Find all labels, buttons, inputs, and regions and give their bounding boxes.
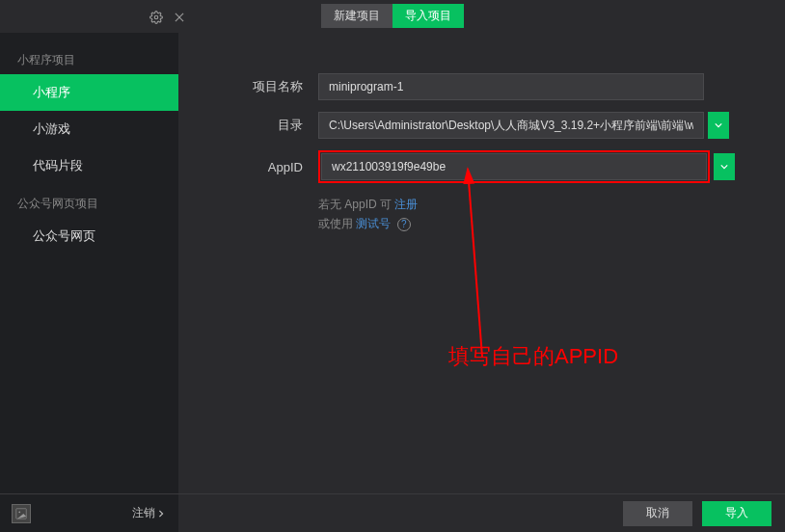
hint-noid-text: 若无 AppID 可	[318, 198, 394, 211]
appid-highlight-box	[318, 150, 710, 183]
mode-tabs: 新建项目 导入项目	[321, 4, 464, 28]
cancel-button[interactable]: 取消	[623, 501, 692, 526]
label-appid: AppID	[178, 160, 318, 174]
avatar[interactable]	[12, 504, 31, 523]
project-name-input[interactable]	[318, 73, 704, 100]
main-panel: 项目名称 目录 AppID 若无 AppID 可 注册 或使用 测试号 ?	[178, 33, 785, 493]
chevron-down-icon	[720, 163, 728, 171]
import-button[interactable]: 导入	[702, 501, 771, 526]
test-account-link[interactable]: 测试号	[356, 217, 391, 230]
sidebar-item-snippet[interactable]: 代码片段	[0, 147, 178, 184]
svg-point-0	[154, 15, 158, 19]
sidebar-item-miniprogram[interactable]: 小程序	[0, 74, 178, 111]
sidebar-heading-miniprogram: 小程序项目	[0, 40, 178, 74]
close-icon[interactable]	[172, 10, 187, 25]
appid-input[interactable]	[321, 153, 707, 180]
footer-bar: 注销 取消 导入	[0, 493, 785, 532]
tab-new-project[interactable]: 新建项目	[321, 4, 392, 28]
sidebar-item-mp-web[interactable]: 公众号网页	[0, 218, 178, 254]
title-bar: 新建项目 导入项目	[0, 0, 785, 33]
tab-import-project[interactable]: 导入项目	[392, 4, 464, 28]
logout-link[interactable]: 注销	[132, 505, 165, 521]
chevron-right-icon	[157, 510, 165, 518]
label-project-name: 项目名称	[178, 78, 318, 95]
annotation-text: 填写自己的APPID	[448, 342, 618, 371]
svg-point-5	[18, 511, 20, 513]
help-icon[interactable]: ?	[397, 218, 411, 231]
sidebar-heading-mp: 公众号网页项目	[0, 184, 178, 218]
directory-input[interactable]	[318, 112, 704, 139]
image-icon	[14, 507, 28, 520]
chevron-down-icon	[715, 121, 722, 129]
appid-dropdown-button[interactable]	[714, 153, 735, 180]
register-link[interactable]: 注册	[394, 198, 418, 211]
directory-dropdown-button[interactable]	[708, 112, 729, 139]
label-directory: 目录	[178, 117, 318, 134]
sidebar-item-minigame[interactable]: 小游戏	[0, 111, 178, 147]
sidebar: 小程序项目 小程序 小游戏 代码片段 公众号网页项目 公众号网页	[0, 33, 178, 493]
hint-oruse-text: 或使用	[318, 217, 356, 230]
gear-icon[interactable]	[149, 10, 164, 25]
